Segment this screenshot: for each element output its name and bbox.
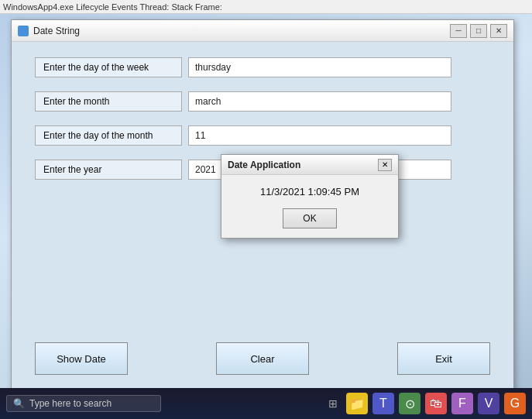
task-view-icon[interactable]: ⊞ bbox=[324, 395, 342, 412]
input-day-of-week[interactable] bbox=[188, 57, 451, 77]
close-button[interactable]: ✕ bbox=[490, 24, 507, 38]
modal-close-button[interactable]: ✕ bbox=[378, 159, 392, 171]
teams-icon[interactable]: T bbox=[372, 393, 394, 414]
maximize-button[interactable]: □ bbox=[470, 24, 487, 38]
window-controls: ─ □ ✕ bbox=[450, 24, 507, 38]
window-content: Enter the day of the week Enter the mont… bbox=[12, 42, 513, 398]
modal-message: 11/3/2021 1:09:45 PM bbox=[231, 186, 389, 197]
chrome-icon[interactable]: ⊙ bbox=[399, 393, 420, 414]
taskbar-search[interactable]: 🔍 Type here to search bbox=[6, 395, 161, 412]
modal-ok-button[interactable]: OK bbox=[283, 208, 337, 228]
debug-toolbar-text: WindowsApp4.exe Lifecycle Events Thread:… bbox=[3, 2, 222, 12]
label-year: Enter the year bbox=[35, 160, 182, 180]
exit-button[interactable]: Exit bbox=[397, 342, 490, 375]
search-placeholder-text: Type here to search bbox=[29, 398, 112, 409]
search-icon: 🔍 bbox=[13, 398, 25, 409]
store-icon[interactable]: 🛍 bbox=[425, 393, 447, 414]
form-row-day-of-week: Enter the day of the week bbox=[35, 57, 490, 77]
label-day-of-month: Enter the day of the month bbox=[35, 125, 182, 146]
label-day-of-week: Enter the day of the week bbox=[35, 57, 182, 77]
input-day-of-month[interactable] bbox=[188, 125, 451, 146]
debug-toolbar: WindowsApp4.exe Lifecycle Events Thread:… bbox=[0, 0, 532, 14]
date-application-modal: Date Application ✕ 11/3/2021 1:09:45 PM … bbox=[221, 154, 399, 239]
button-row: Show Date Clear Exit bbox=[35, 342, 490, 375]
show-date-button[interactable]: Show Date bbox=[35, 342, 128, 375]
games-icon[interactable]: G bbox=[504, 393, 526, 414]
form-row-day-of-month: Enter the day of the month bbox=[35, 125, 490, 146]
main-window: Date String ─ □ ✕ Enter the day of the w… bbox=[11, 19, 514, 399]
taskbar-icons: ⊞ 📁 T ⊙ 🛍 F V G bbox=[324, 393, 526, 414]
minimize-button[interactable]: ─ bbox=[450, 24, 467, 38]
window-app-icon bbox=[18, 26, 29, 36]
label-month: Enter the month bbox=[35, 91, 182, 112]
form-row-month: Enter the month bbox=[35, 91, 490, 112]
taskbar: 🔍 Type here to search ⊞ 📁 T ⊙ 🛍 F V G bbox=[0, 388, 532, 419]
clear-button[interactable]: Clear bbox=[216, 342, 309, 375]
input-month[interactable] bbox=[188, 91, 451, 112]
file-explorer-icon[interactable]: 📁 bbox=[346, 393, 368, 414]
window-title: Date String bbox=[33, 26, 80, 36]
modal-titlebar: Date Application ✕ bbox=[221, 155, 398, 175]
vs-icon[interactable]: V bbox=[478, 393, 499, 414]
modal-body: 11/3/2021 1:09:45 PM OK bbox=[221, 175, 398, 238]
window-titlebar: Date String ─ □ ✕ bbox=[12, 20, 513, 42]
modal-title: Date Application bbox=[228, 160, 300, 170]
figma-icon[interactable]: F bbox=[451, 393, 473, 414]
title-left: Date String bbox=[18, 26, 80, 36]
